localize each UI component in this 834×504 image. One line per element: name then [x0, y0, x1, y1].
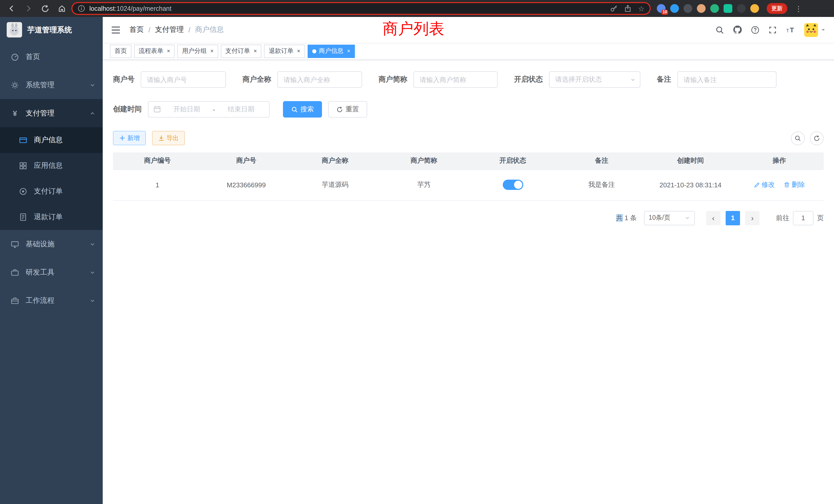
tab-close-icon[interactable]: ×	[210, 48, 214, 54]
goto-page-input[interactable]	[793, 211, 813, 225]
refresh-table-button[interactable]	[810, 131, 824, 145]
browser-menu-icon[interactable]: ⋮	[794, 4, 803, 13]
fullscreen-icon[interactable]	[768, 25, 777, 34]
font-size-icon[interactable]: TT	[786, 26, 795, 34]
edit-pencil-icon	[754, 182, 760, 188]
sidebar-item-label: 系统管理	[26, 80, 54, 90]
merchant-fullname-input[interactable]	[277, 71, 362, 88]
user-avatar[interactable]	[804, 23, 826, 37]
dashboard-icon	[11, 53, 19, 61]
start-date-placeholder[interactable]: 开始日期	[164, 105, 210, 114]
url-path: :1024/pay/merchant	[115, 5, 172, 12]
monitor-icon	[11, 240, 19, 248]
extension-icon[interactable]	[750, 4, 759, 13]
table-row: 1 M233666999 芋道源码 芋艿 我是备注 2021-10-23 08:…	[113, 169, 824, 200]
status-select[interactable]: 请选择开启状态	[549, 71, 640, 88]
merchant-fullname-label: 商户全称	[242, 75, 271, 84]
merchant-no-input[interactable]	[141, 71, 226, 88]
merchant-shortname-input[interactable]	[413, 71, 498, 88]
sidebar-menu: 首页 系统管理 ¥ 支付管理 商户信	[0, 43, 103, 315]
sidebar-subitem-pay-order[interactable]: 支付订单	[0, 179, 103, 204]
page-size-select[interactable]: 10条/页	[644, 211, 695, 225]
toggle-search-button[interactable]	[791, 131, 805, 145]
bookmark-star-icon[interactable]: ☆	[638, 5, 644, 12]
sidebar-item-label: 基础设施	[26, 239, 54, 249]
pay-order-icon	[19, 187, 27, 196]
tab-close-icon[interactable]: ×	[254, 48, 257, 54]
password-key-icon[interactable]	[610, 5, 618, 12]
sidebar-subitem-app-info[interactable]: 应用信息	[0, 153, 103, 179]
extension-icon[interactable]	[683, 4, 692, 13]
tab-pay-order[interactable]: 支付订单 ×	[221, 44, 262, 58]
extension-icon[interactable]	[697, 4, 706, 13]
top-navbar: 首页 / 支付管理 / 商户信息	[103, 17, 834, 43]
create-time-range-picker[interactable]: 开始日期 - 结束日期	[148, 101, 270, 117]
home-button[interactable]	[58, 4, 66, 13]
column-header: 商户编号	[113, 153, 202, 169]
sidebar-item-label: 商户信息	[34, 136, 63, 145]
tab-close-icon[interactable]: ×	[347, 48, 351, 54]
app-logo[interactable]: 芋道管理系统	[0, 17, 103, 43]
app-grid-icon	[19, 162, 27, 170]
status-toggle[interactable]	[503, 180, 523, 190]
tab-refund-order[interactable]: 退款订单 ×	[264, 44, 305, 58]
forward-button[interactable]	[24, 4, 33, 13]
help-icon[interactable]	[751, 25, 760, 34]
date-separator: -	[213, 106, 215, 113]
tab-merchant-info[interactable]: 商户信息 ×	[308, 44, 355, 58]
page-1-button[interactable]: 1	[726, 211, 740, 225]
extension-icon[interactable]: 10	[657, 4, 665, 13]
back-button[interactable]	[7, 4, 16, 13]
breadcrumb-current: 商户信息	[195, 25, 224, 35]
site-info-icon[interactable]	[78, 5, 85, 12]
cell-actions: 修改 删除	[735, 169, 824, 200]
search-icon[interactable]	[716, 25, 724, 34]
tab-home[interactable]: 首页	[110, 44, 131, 58]
chrome-update-button[interactable]: 更新	[767, 3, 787, 14]
cell-merchant-no: M233666999	[202, 169, 291, 200]
extension-icon[interactable]	[724, 4, 732, 13]
column-header: 创建时间	[646, 153, 735, 169]
breadcrumb-home[interactable]: 首页	[129, 25, 144, 35]
tab-close-icon[interactable]: ×	[167, 48, 170, 54]
end-date-placeholder[interactable]: 结束日期	[218, 105, 264, 114]
share-icon[interactable]	[624, 5, 632, 12]
sidebar-subitem-merchant-info[interactable]: 商户信息	[0, 127, 103, 153]
yen-icon: ¥	[11, 109, 19, 117]
pagination-total: 共 1 条	[616, 213, 637, 223]
search-button-label: 搜索	[301, 105, 314, 114]
sidebar-item-system-management[interactable]: 系统管理	[0, 71, 103, 99]
edit-link[interactable]: 修改	[754, 180, 775, 189]
sidebar-subitem-refund-order[interactable]: 退款订单	[0, 204, 103, 230]
download-icon	[158, 135, 164, 141]
remark-input[interactable]	[677, 71, 776, 88]
export-button[interactable]: 导出	[152, 131, 185, 145]
tab-close-icon[interactable]: ×	[297, 48, 301, 54]
address-bar[interactable]: localhost:1024/pay/merchant ☆	[71, 2, 651, 15]
tab-label: 支付订单	[225, 47, 250, 55]
delete-link[interactable]: 删除	[784, 180, 805, 189]
sidebar-item-infrastructure[interactable]: 基础设施	[0, 230, 103, 258]
extension-icon[interactable]	[670, 4, 679, 13]
tab-process-form[interactable]: 流程表单 ×	[134, 44, 175, 58]
pagination-total-prefix: 共	[616, 214, 623, 222]
sidebar-item-payment-management[interactable]: ¥ 支付管理	[0, 99, 103, 127]
sidebar-item-home[interactable]: 首页	[0, 43, 103, 71]
search-button[interactable]: 搜索	[283, 101, 322, 117]
reload-button[interactable]	[41, 4, 49, 13]
sidebar-item-workflow[interactable]: 工作流程	[0, 287, 103, 315]
sidebar-item-label: 支付管理	[26, 109, 54, 118]
next-page-button[interactable]: ›	[745, 211, 760, 225]
hamburger-icon[interactable]	[111, 25, 121, 34]
chevron-up-icon	[89, 110, 95, 116]
prev-page-button[interactable]: ‹	[706, 211, 721, 225]
reset-button[interactable]: 重置	[328, 101, 367, 117]
extension-icon[interactable]	[737, 4, 746, 13]
goto-unit: 页	[817, 213, 824, 223]
extension-icon[interactable]	[710, 4, 719, 13]
payment-submenu: 商户信息 应用信息 支付订单 退款订单	[0, 127, 103, 230]
tab-user-group[interactable]: 用户分组 ×	[177, 44, 218, 58]
add-button[interactable]: 新增	[113, 131, 146, 145]
sidebar-item-dev-tools[interactable]: 研发工具	[0, 258, 103, 287]
github-icon[interactable]	[733, 25, 742, 35]
